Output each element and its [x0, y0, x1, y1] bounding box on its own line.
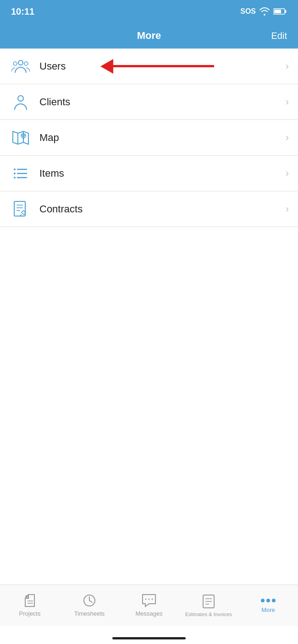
users-chevron: ›	[286, 60, 289, 72]
svg-point-5	[24, 62, 28, 65]
status-bar: 10:11 SOS	[0, 0, 298, 23]
home-indicator	[112, 637, 186, 639]
header-title: More	[137, 30, 161, 42]
contracts-chevron: ›	[286, 203, 289, 215]
map-chevron: ›	[286, 132, 289, 144]
menu-list: Users › Clients › Map	[0, 49, 298, 227]
tab-projects[interactable]: Projects	[5, 594, 55, 617]
tab-messages[interactable]: Messages	[124, 594, 174, 617]
contracts-icon	[9, 200, 32, 218]
tab-estimates[interactable]: Estimates & Invoices	[183, 594, 234, 617]
status-time: 10:11	[11, 6, 34, 17]
users-icon	[9, 58, 32, 75]
tab-bar: Projects Timesheets Messages	[0, 584, 298, 626]
sos-label: SOS	[240, 7, 256, 16]
messages-tab-icon	[142, 594, 156, 607]
svg-rect-1	[285, 10, 287, 13]
svg-point-4	[13, 62, 17, 65]
items-icon	[9, 166, 32, 181]
menu-item-users[interactable]: Users ›	[0, 49, 298, 84]
svg-rect-16	[14, 201, 25, 216]
menu-item-items[interactable]: Items ›	[0, 156, 298, 191]
more-tab-label: More	[261, 606, 275, 613]
edit-button[interactable]: Edit	[271, 31, 287, 41]
clients-icon	[9, 93, 32, 111]
clients-label: Clients	[39, 96, 286, 108]
svg-point-32	[261, 599, 265, 602]
estimates-tab-icon	[202, 594, 215, 609]
status-icons: SOS	[240, 7, 287, 16]
more-tab-icon	[259, 597, 277, 604]
svg-point-15	[14, 177, 16, 179]
svg-point-6	[18, 96, 23, 101]
svg-line-24	[89, 601, 92, 602]
header: More Edit	[0, 23, 298, 49]
items-chevron: ›	[286, 168, 289, 179]
timesheets-tab-label: Timesheets	[74, 610, 105, 617]
battery-icon	[273, 8, 287, 15]
projects-tab-icon	[23, 594, 37, 607]
tab-timesheets[interactable]: Timesheets	[64, 594, 115, 617]
items-label: Items	[39, 168, 286, 179]
svg-rect-2	[274, 10, 281, 13]
svg-point-33	[266, 599, 270, 602]
estimates-tab-label: Estimates & Invoices	[185, 612, 232, 617]
map-icon	[9, 130, 32, 146]
menu-item-clients[interactable]: Clients ›	[0, 84, 298, 120]
messages-tab-label: Messages	[135, 610, 162, 617]
svg-point-13	[14, 168, 16, 170]
projects-tab-label: Projects	[19, 610, 41, 617]
menu-item-map[interactable]: Map ›	[0, 120, 298, 156]
contracts-label: Contracts	[39, 203, 286, 215]
svg-point-26	[149, 599, 150, 600]
svg-point-14	[14, 173, 16, 174]
map-label: Map	[39, 132, 286, 144]
timesheets-tab-icon	[83, 594, 96, 607]
svg-point-27	[152, 599, 153, 600]
arrow-annotation	[101, 59, 214, 74]
tab-more[interactable]: More	[243, 597, 293, 613]
clients-chevron: ›	[286, 96, 289, 108]
svg-point-25	[145, 599, 147, 600]
svg-point-3	[18, 60, 23, 65]
svg-point-34	[272, 599, 276, 602]
menu-item-contracts[interactable]: Contracts ›	[0, 191, 298, 227]
wifi-icon	[259, 7, 270, 16]
